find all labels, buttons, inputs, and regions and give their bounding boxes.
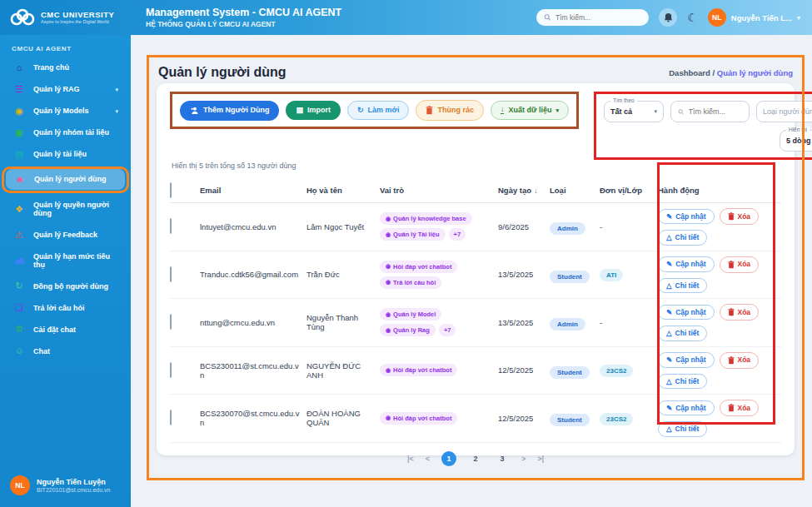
- sidebar-item-quan-ly-feedback[interactable]: ⚠ Quản lý Feedback: [5, 225, 126, 246]
- user-type-select[interactable]: Loại người dùng ▾: [756, 101, 812, 122]
- details-icon: △: [666, 330, 672, 337]
- sidebar-item-dong-bo-nguoi-dung[interactable]: ↻ Đồng bộ người dùng: [5, 276, 126, 296]
- role-badge: ◉Hỏi đáp với chatbot: [380, 364, 457, 376]
- unit-badge: 23CS2: [600, 413, 633, 425]
- col-actions: Hành động: [658, 181, 781, 200]
- refresh-button[interactable]: ↻ Làm mới: [347, 101, 409, 120]
- delete-button[interactable]: Xóa: [720, 304, 760, 321]
- breadcrumb-separator: /: [710, 68, 717, 77]
- sidebar-item-quan-ly-nguoi-dung[interactable]: ☻ Quản lý người dùng: [6, 169, 125, 190]
- next-page-button[interactable]: >: [521, 455, 526, 463]
- logo-title: CMC UNIVERSITY: [41, 11, 114, 19]
- trash-button[interactable]: Thùng rác: [416, 100, 484, 121]
- sidebar-item-label: Quản lý hạn mức tiêu thụ: [33, 252, 118, 270]
- sidebar-item-label: Trả lời câu hỏi: [33, 304, 84, 312]
- search-by-select[interactable]: Tìm theo Tất cả ▾: [604, 101, 664, 122]
- chevron-down-icon: ▾: [797, 14, 800, 22]
- details-button[interactable]: △Chi tiết: [658, 374, 707, 390]
- row-checkbox[interactable]: [170, 218, 172, 234]
- role-badge: ◉Hỏi đáp với chatbot: [380, 412, 457, 425]
- roles-more-badge[interactable]: +7: [439, 324, 456, 336]
- update-button[interactable]: ✎Cập nhật: [658, 305, 715, 321]
- col-created[interactable]: Ngày tạo↓: [498, 186, 550, 195]
- user-name: Nguyễn Tiến L...: [731, 13, 792, 22]
- pagination: |< < 1 2 3 > >|: [170, 451, 781, 466]
- type-badge: Admin: [550, 222, 585, 235]
- last-page-button[interactable]: >|: [537, 455, 544, 463]
- trash-icon: [728, 308, 735, 316]
- sidebar-item-label: Quản lý RAG: [33, 85, 80, 93]
- sidebar-item-tra-loi-cau-hoi[interactable]: ❏ Trả lời câu hỏi: [5, 297, 126, 318]
- sidebar-item-trang-chu[interactable]: ⌂ Trang chủ: [5, 57, 126, 78]
- row-checkbox[interactable]: [170, 266, 172, 282]
- details-button[interactable]: △Chi tiết: [658, 326, 707, 341]
- table-row: nttung@cmcu.edu.vn Nguyễn Thanh Tùng ◉Qu…: [170, 299, 781, 347]
- details-button[interactable]: △Chi tiết: [658, 278, 707, 294]
- chevron-down-icon: ▾: [654, 108, 657, 115]
- page-title: Quản lý người dùng: [158, 65, 286, 80]
- update-button[interactable]: ✎Cập nhật: [658, 352, 715, 368]
- sidebar-item-cai-dat-chat[interactable]: ⚙ Cài đặt chat: [5, 319, 126, 340]
- sidebar-item-label: Đồng bộ người dùng: [33, 282, 108, 291]
- trash-icon: [728, 404, 735, 412]
- sync-icon: ↻: [12, 281, 26, 291]
- page-button-3[interactable]: 3: [495, 451, 510, 466]
- sidebar-item-quan-ly-tai-lieu[interactable]: ▤ Quản lý tài liệu: [5, 144, 126, 165]
- select-all-checkbox[interactable]: [170, 182, 172, 198]
- cell-roles: ◉Hỏi đáp với chatbot ◉Trả lời câu hỏi: [380, 261, 498, 289]
- role-icon: ◉: [386, 263, 391, 270]
- users-card: Thêm Người Dùng ▤ Import ↻ Làm mới: [157, 83, 795, 455]
- breadcrumb-root[interactable]: Dashboard: [669, 68, 710, 77]
- notifications-button[interactable]: [659, 8, 677, 27]
- breadcrumb-current[interactable]: Quản lý người dùng: [717, 68, 793, 77]
- details-button[interactable]: △Chi tiết: [658, 230, 707, 246]
- sidebar-item-chat[interactable]: ☺ Chat: [5, 340, 126, 361]
- roles-more-badge[interactable]: +7: [449, 228, 466, 241]
- global-search[interactable]: [536, 9, 649, 26]
- delete-button[interactable]: Xóa: [720, 256, 760, 273]
- row-checkbox[interactable]: [170, 362, 172, 378]
- cell-email: Tranduc.cdtk56@gmail.com: [200, 270, 306, 279]
- trash-label: Thùng rác: [437, 107, 474, 114]
- delete-button[interactable]: Xóa: [720, 208, 760, 225]
- cell-type: Student: [550, 363, 600, 378]
- user-menu[interactable]: NL Nguyễn Tiến L... ▾: [708, 8, 800, 27]
- cell-created: 13/5/2025: [498, 318, 550, 327]
- sidebar-item-quan-ly-models[interactable]: ◉ Quản lý Models ▾: [5, 101, 126, 122]
- sidebar-item-quan-ly-rag[interactable]: ☰ Quản lý RAG ▾: [5, 79, 126, 100]
- row-checkbox[interactable]: [170, 410, 172, 425]
- import-file-icon: ▤: [296, 107, 303, 114]
- export-button[interactable]: ↓ Xuất dữ liệu ▾: [491, 101, 569, 120]
- page-button-2[interactable]: 2: [468, 451, 483, 466]
- details-icon: △: [666, 282, 672, 290]
- add-user-button[interactable]: Thêm Người Dùng: [180, 101, 279, 121]
- cell-created: 12/5/2025: [498, 414, 550, 423]
- sidebar-item-quan-ly-quyen-nguoi-dung[interactable]: ❖ Quản lý quyền người dùng: [5, 195, 126, 224]
- row-checkbox[interactable]: [170, 314, 172, 330]
- update-button[interactable]: ✎Cập nhật: [658, 400, 715, 416]
- details-icon: △: [666, 425, 672, 433]
- sidebar-item-quan-ly-nhom-tai-lieu[interactable]: ▣ Quản lý nhóm tài liệu: [5, 122, 126, 143]
- document-group-icon: ▣: [12, 128, 26, 137]
- table-search-input[interactable]: [689, 107, 742, 116]
- delete-button[interactable]: Xóa: [720, 352, 760, 369]
- cell-name: Trần Đức: [306, 270, 380, 279]
- global-search-input[interactable]: [555, 13, 641, 22]
- update-button[interactable]: ✎Cập nhật: [658, 256, 715, 272]
- page-size-select[interactable]: Hiển thị 5 dòng ▾: [780, 130, 812, 152]
- delete-button[interactable]: Xóa: [720, 400, 760, 416]
- dark-mode-toggle[interactable]: ☾: [687, 11, 698, 24]
- role-badge: ◉Quản lý knowledge base: [380, 212, 472, 225]
- pencil-icon: ✎: [666, 356, 672, 364]
- logo-tagline: Aspire to Inspire the Digital World: [41, 19, 114, 24]
- import-button[interactable]: ▤ Import: [286, 101, 341, 120]
- sidebar-item-quan-ly-han-muc[interactable]: ▄▆ Quản lý hạn mức tiêu thụ: [5, 246, 126, 276]
- first-page-button[interactable]: |<: [407, 455, 414, 463]
- details-button[interactable]: △Chi tiết: [658, 421, 707, 437]
- sidebar-user-info[interactable]: NL Nguyễn Tiến Luyện BIT220101@st.cmcu.e…: [0, 467, 131, 507]
- pencil-icon: ✎: [666, 405, 672, 412]
- prev-page-button[interactable]: <: [426, 455, 430, 463]
- page-button-1[interactable]: 1: [441, 451, 456, 466]
- update-button[interactable]: ✎Cập nhật: [658, 209, 715, 225]
- table-search[interactable]: [670, 101, 750, 122]
